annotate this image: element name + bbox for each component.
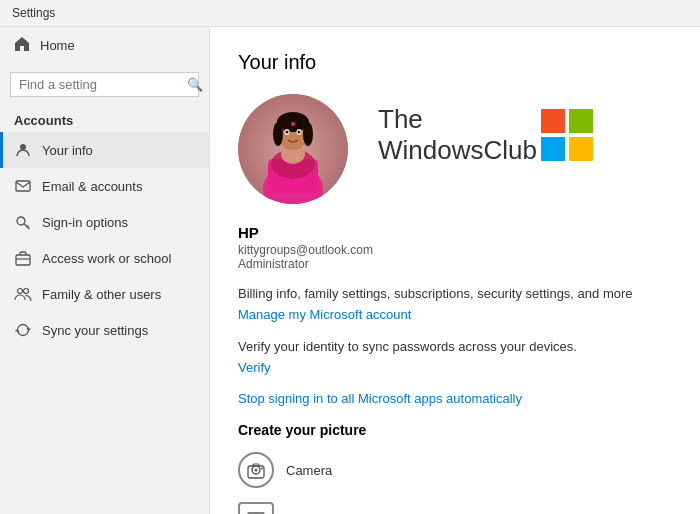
svg-point-19: [298, 131, 301, 134]
title-bar: Settings: [0, 0, 700, 27]
user-name: HP: [238, 224, 672, 241]
sidebar-section-title: Accounts: [0, 105, 209, 132]
svg-point-18: [286, 131, 289, 134]
brand-text: The WindowsClub: [378, 104, 537, 166]
svg-point-20: [291, 122, 295, 126]
sidebar-item-label-family: Family & other users: [42, 287, 161, 302]
svg-point-26: [255, 469, 258, 472]
svg-point-0: [20, 144, 26, 150]
verify-text: Verify your identity to sync passwords a…: [238, 338, 672, 356]
svg-rect-24: [569, 137, 593, 161]
sync-icon: [14, 321, 32, 339]
svg-point-4: [18, 289, 23, 294]
home-label: Home: [40, 38, 75, 53]
people-icon: [14, 285, 32, 303]
svg-rect-23: [541, 137, 565, 161]
brand-logo: The WindowsClub: [378, 104, 593, 166]
camera-option[interactable]: Camera: [238, 452, 672, 488]
key-icon: [14, 213, 32, 231]
svg-rect-1: [16, 181, 30, 191]
svg-point-14: [273, 122, 283, 146]
sidebar-item-email-accounts[interactable]: Email & accounts: [0, 168, 209, 204]
search-input[interactable]: [19, 77, 187, 92]
stop-signin-link[interactable]: Stop signing in to all Microsoft apps au…: [238, 391, 672, 406]
svg-rect-3: [16, 255, 30, 265]
profile-section: The WindowsClub: [238, 94, 672, 204]
sidebar-item-your-info[interactable]: Your info: [0, 132, 209, 168]
verify-link[interactable]: Verify: [238, 360, 672, 375]
svg-point-2: [17, 217, 25, 225]
sidebar-item-family[interactable]: Family & other users: [0, 276, 209, 312]
sidebar-item-label-email: Email & accounts: [42, 179, 142, 194]
search-box[interactable]: 🔍: [10, 72, 199, 97]
page-title: Your info: [238, 51, 672, 74]
browse-icon-container: [238, 502, 274, 514]
sidebar-item-label-signin: Sign-in options: [42, 215, 128, 230]
camera-label: Camera: [286, 463, 332, 478]
user-role: Administrator: [238, 257, 672, 271]
svg-point-28: [261, 468, 263, 470]
sidebar-item-label-work: Access work or school: [42, 251, 171, 266]
svg-point-15: [303, 122, 313, 146]
browse-option[interactable]: Browse for one: [238, 502, 672, 514]
sidebar-item-label-your-info: Your info: [42, 143, 93, 158]
sidebar-item-label-sync: Sync your settings: [42, 323, 148, 338]
home-icon: [14, 36, 30, 55]
title-bar-label: Settings: [12, 6, 55, 20]
sidebar-item-sign-in[interactable]: Sign-in options: [0, 204, 209, 240]
sidebar-item-home[interactable]: Home: [0, 27, 209, 64]
avatar: [238, 94, 348, 204]
create-picture-title: Create your picture: [238, 422, 672, 438]
svg-rect-21: [541, 109, 565, 133]
svg-point-5: [24, 289, 29, 294]
briefcase-icon: [14, 249, 32, 267]
main-container: Home 🔍 Accounts Your info: [0, 27, 700, 514]
content-area: Your info: [210, 27, 700, 514]
sidebar: Home 🔍 Accounts Your info: [0, 27, 210, 514]
camera-icon-container: [238, 452, 274, 488]
search-icon: 🔍: [187, 77, 203, 92]
billing-info-text: Billing info, family settings, subscript…: [238, 285, 672, 303]
user-email: kittygroups@outlook.com: [238, 243, 672, 257]
sidebar-item-sync[interactable]: Sync your settings: [0, 312, 209, 348]
user-info: HP kittygroups@outlook.com Administrator: [238, 224, 672, 271]
svg-rect-22: [569, 109, 593, 133]
email-icon: [14, 177, 32, 195]
person-icon: [14, 141, 32, 159]
sidebar-item-access-work[interactable]: Access work or school: [0, 240, 209, 276]
manage-account-link[interactable]: Manage my Microsoft account: [238, 307, 672, 322]
